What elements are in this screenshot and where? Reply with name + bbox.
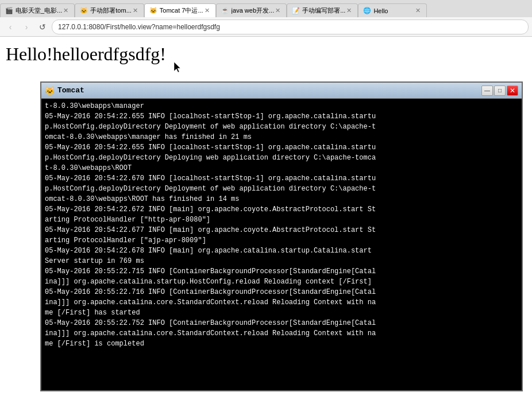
toolbar: ‹ › ↺ <box>0 17 532 37</box>
console-line: ina]]] org.apache.catalina.core.Standard… <box>45 328 518 339</box>
console-line: ina]]] org.apache.catalina.startup.HostC… <box>45 277 518 287</box>
tab-6[interactable]: 🌐 Hello ✕ <box>358 3 427 17</box>
console-line: 05-May-2016 20:55:22.716 INFO [Container… <box>45 287 518 297</box>
console-line: 05-May-2016 20:54:22.678 INFO [main] org… <box>45 246 518 256</box>
console-line: me [/First] is completed <box>45 339 518 349</box>
console-line: p.HostConfig.deployDirectory Deployment … <box>45 122 518 132</box>
reload-button[interactable]: ↺ <box>36 20 49 34</box>
tab-6-close[interactable]: ✕ <box>414 7 422 14</box>
console-line: 05-May-2016 20:54:22.672 INFO [main] org… <box>45 204 518 215</box>
console-body[interactable]: t-8.0.30\webapps\manager05-May-2016 20:5… <box>41 99 522 390</box>
tab-1-icon: 🎬 <box>5 7 13 15</box>
tab-2-icon: 🐱 <box>80 7 88 15</box>
tab-4-label: java web开发... <box>232 6 275 15</box>
console-line: p.HostConfig.deployDirectory Deploying w… <box>45 153 518 163</box>
tab-2-label: 手动部署tom... <box>90 6 132 15</box>
tab-5-label: 手动编写部署️... <box>302 6 345 15</box>
tab-6-label: Hello <box>373 7 388 14</box>
tab-1-close[interactable]: ✕ <box>62 7 70 14</box>
console-line: me [/First] has started <box>45 308 518 318</box>
tab-3-icon: 🐱 <box>149 7 157 15</box>
forward-button[interactable]: › <box>20 20 33 34</box>
tab-2[interactable]: 🐱 手动部署tom... ✕ <box>75 3 144 17</box>
address-bar[interactable] <box>52 20 529 34</box>
tab-4-icon: ☕ <box>221 7 229 15</box>
page-content: Hello!helloerdfgsdfg! <box>0 37 532 77</box>
tab-3-label: Tomcat 7中运... <box>160 6 203 15</box>
tab-1[interactable]: 🎬 电影天堂_电影... ✕ <box>0 3 75 17</box>
console-line: 05-May-2016 20:54:22.655 INFO [localhost… <box>45 111 518 122</box>
console-controls: — □ ✕ <box>481 86 518 96</box>
console-line: 05-May-2016 20:54:22.677 INFO [main] org… <box>45 225 518 235</box>
console-line: p.HostConfig.deployDirectory Deployment … <box>45 184 518 194</box>
console-titlebar: 🐱 Tomcat — □ ✕ <box>41 83 522 99</box>
tab-4[interactable]: ☕ java web开发... ✕ <box>216 3 287 17</box>
console-window: 🐱 Tomcat — □ ✕ t-8.0.30\webapps\manager0… <box>40 81 523 391</box>
tab-5[interactable]: 📝 手动编写部署️... ✕ <box>287 3 358 17</box>
console-line: t-8.0.30\webapps\ROOT <box>45 163 518 173</box>
tab-3-close[interactable]: ✕ <box>203 7 211 14</box>
console-line: t-8.0.30\webapps\manager <box>45 101 518 111</box>
tab-2-close[interactable]: ✕ <box>132 7 139 14</box>
console-line: 05-May-2016 20:55:22.715 INFO [Container… <box>45 266 518 277</box>
console-line: arting ProtocolHandler ["ajp-apr-8009"] <box>45 235 518 246</box>
console-app-icon: 🐱 <box>45 86 54 95</box>
minimize-button[interactable]: — <box>481 86 493 96</box>
tab-3[interactable]: 🐱 Tomcat 7中运... ✕ <box>144 3 216 17</box>
close-button[interactable]: ✕ <box>507 86 518 96</box>
console-line: omcat-8.0.30\webapps\manager has finishe… <box>45 132 518 142</box>
console-line: arting ProtocolHandler ["http-apr-8080"] <box>45 215 518 225</box>
back-button[interactable]: ‹ <box>3 20 17 34</box>
page-heading: Hello!helloerdfgsdfg! <box>6 44 526 65</box>
console-title: Tomcat <box>57 86 481 95</box>
console-line: Server startup in 769 ms <box>45 256 518 266</box>
console-line: omcat-8.0.30\webapps\ROOT has finished i… <box>45 194 518 204</box>
tab-5-icon: 📝 <box>292 7 300 15</box>
tab-6-icon: 🌐 <box>363 7 371 15</box>
console-line: 05-May-2016 20:55:22.752 INFO [Container… <box>45 318 518 328</box>
console-line: 05-May-2016 20:54:22.670 INFO [localhost… <box>45 173 518 184</box>
tab-bar: 🎬 电影天堂_电影... ✕ 🐱 手动部署tom... ✕ 🐱 Tomcat 7… <box>0 0 532 17</box>
tab-5-close[interactable]: ✕ <box>345 7 353 14</box>
tab-1-label: 电影天堂_电影... <box>16 6 62 15</box>
address-input[interactable] <box>58 23 522 31</box>
console-line: ina]]] org.apache.catalina.core.Standard… <box>45 297 518 308</box>
tab-4-close[interactable]: ✕ <box>274 7 282 14</box>
console-line: 05-May-2016 20:54:22.655 INFO [localhost… <box>45 142 518 153</box>
browser-chrome: 🎬 电影天堂_电影... ✕ 🐱 手动部署tom... ✕ 🐱 Tomcat 7… <box>0 0 532 37</box>
maximize-button[interactable]: □ <box>494 86 506 96</box>
